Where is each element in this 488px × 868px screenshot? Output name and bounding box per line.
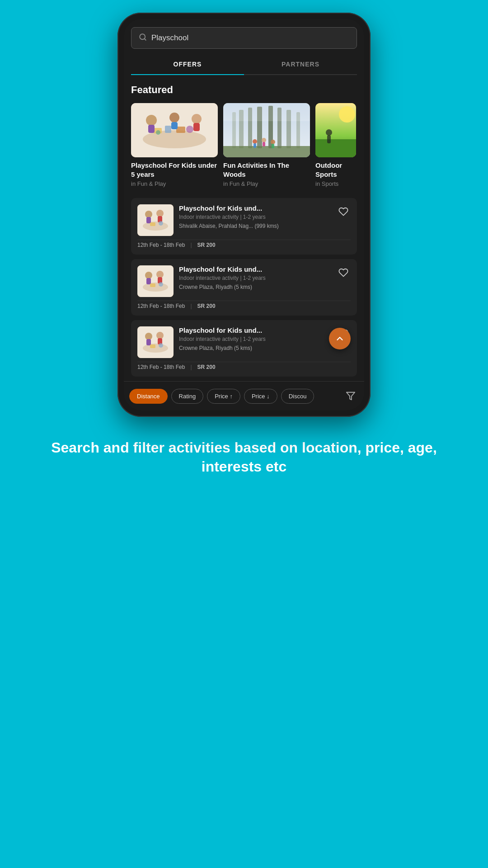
list-item-subtitle-2: Indoor interactive activity | 1-2 years	[179, 275, 351, 281]
list-item-info-2: Playschool for Kids und... Indoor intera…	[179, 265, 351, 290]
svg-point-25	[253, 139, 257, 144]
featured-card-img-1	[131, 103, 218, 157]
svg-rect-40	[146, 217, 151, 223]
svg-rect-36	[327, 135, 331, 143]
list-item-3[interactable]: Playschool for Kids und... Indoor intera…	[131, 320, 357, 377]
featured-card-cat-2: in Fun & Play	[223, 180, 310, 187]
list-item-2[interactable]: Playschool for Kids und... Indoor intera…	[131, 259, 357, 316]
list-item-img-1	[137, 204, 174, 236]
svg-rect-56	[146, 339, 151, 345]
tab-offers[interactable]: OFFERS	[131, 54, 244, 74]
list-item-bottom-3: 12th Feb - 18th Feb | SR 200	[137, 362, 351, 370]
featured-card-cat-3: in Sports	[315, 180, 356, 187]
svg-point-8	[156, 130, 160, 135]
svg-point-47	[145, 272, 152, 279]
filter-chip-distance[interactable]: Distance	[129, 389, 168, 404]
filter-icon-button[interactable]	[343, 388, 359, 404]
list-item-price-3: SR 200	[197, 364, 216, 370]
list-item-title-1: Playschool for Kids und...	[179, 204, 351, 212]
list-item-bottom-2: 12th Feb - 18th Feb | SR 200	[137, 301, 351, 309]
list-item-top-1: Playschool for Kids und... Indoor intera…	[137, 204, 351, 236]
phone-frame: Playschool OFFERS PARTNERS Featured	[117, 13, 371, 417]
list-item-date-2: 12th Feb - 18th Feb	[137, 303, 185, 309]
phone-wrapper: Playschool OFFERS PARTNERS Featured	[117, 13, 371, 417]
list-item-divider-1: |	[190, 242, 192, 248]
svg-rect-5	[165, 126, 171, 133]
svg-point-44	[159, 221, 163, 226]
list-item-title-2: Playschool for Kids und...	[179, 265, 351, 273]
svg-rect-37	[137, 204, 174, 236]
svg-rect-51	[150, 283, 155, 287]
tab-partners[interactable]: PARTNERS	[244, 54, 357, 74]
list-items-container: Playschool for Kids und... Indoor intera…	[131, 198, 357, 377]
featured-card-title-1: Playschool For Kids under 5 years	[131, 161, 218, 179]
search-icon	[139, 33, 147, 43]
svg-point-39	[145, 211, 152, 218]
filter-chip-price-desc[interactable]: Price ↓	[244, 389, 277, 404]
svg-point-41	[156, 210, 164, 217]
main-content: Featured	[124, 75, 364, 377]
svg-rect-45	[137, 265, 174, 297]
svg-point-13	[169, 113, 179, 123]
svg-rect-24	[223, 146, 310, 157]
list-item-top-2: Playschool for Kids und... Indoor intera…	[137, 265, 351, 297]
list-item-date-1: 12th Feb - 18th Feb	[137, 242, 185, 248]
list-item-1[interactable]: Playschool for Kids und... Indoor intera…	[131, 198, 357, 255]
svg-rect-14	[171, 122, 178, 129]
svg-rect-43	[150, 222, 155, 226]
svg-point-52	[159, 282, 163, 287]
svg-rect-34	[315, 139, 356, 157]
svg-rect-10	[148, 125, 155, 133]
featured-card-img-2	[223, 103, 310, 157]
search-input[interactable]: Playschool	[151, 33, 349, 42]
svg-point-29	[271, 140, 275, 144]
list-item-top-3: Playschool for Kids und... Indoor intera…	[137, 326, 351, 358]
svg-rect-28	[263, 142, 265, 146]
featured-card-3[interactable]: Outdoor Sports in Sports	[315, 103, 356, 187]
list-item-bottom-1: 12th Feb - 18th Feb | SR 200	[137, 240, 351, 248]
search-box[interactable]: Playschool	[131, 27, 357, 49]
svg-rect-6	[176, 127, 185, 133]
svg-rect-12	[193, 123, 200, 131]
svg-point-9	[146, 115, 157, 126]
featured-card-2[interactable]: Fun Activities In The Woods in Fun & Pla…	[223, 103, 310, 187]
list-item-price-1: SR 200	[197, 242, 216, 248]
list-item-img-2	[137, 265, 174, 297]
svg-point-57	[156, 332, 164, 339]
svg-rect-31	[223, 103, 310, 121]
svg-point-54	[143, 344, 168, 353]
list-item-divider-2: |	[190, 303, 192, 309]
svg-rect-53	[137, 326, 174, 358]
tabs-row: OFFERS PARTNERS	[131, 54, 357, 75]
filter-chip-price-asc[interactable]: Price ↑	[207, 389, 240, 404]
list-item-subtitle-1: Indoor interactive activity | 1-2 years	[179, 214, 351, 220]
featured-card-img-3	[315, 103, 356, 157]
svg-point-11	[192, 114, 202, 124]
featured-card-title-3: Outdoor Sports	[315, 161, 356, 179]
svg-point-7	[186, 126, 193, 133]
svg-point-46	[143, 283, 168, 292]
list-item-price-2: SR 200	[197, 303, 216, 309]
featured-card-1[interactable]: Playschool For Kids under 5 years in Fun…	[131, 103, 218, 187]
heart-button-1[interactable]	[336, 204, 351, 219]
svg-point-27	[262, 138, 266, 142]
svg-rect-48	[146, 278, 151, 284]
svg-point-55	[145, 333, 152, 340]
svg-marker-61	[347, 392, 355, 400]
svg-point-38	[143, 222, 168, 231]
filter-chip-rating[interactable]: Rating	[171, 389, 204, 404]
list-item-location-1: Shivalik Abaise, Prahlad Nag... (999 kms…	[179, 223, 351, 229]
filter-chip-discount[interactable]: Discou	[281, 389, 314, 404]
heart-button-2[interactable]	[336, 265, 351, 280]
featured-card-title-2: Fun Activities In The Woods	[223, 161, 310, 179]
filter-bar: Distance Rating Price ↑ Price ↓ Discou	[124, 381, 364, 410]
svg-rect-30	[272, 144, 274, 148]
scroll-up-button[interactable]	[329, 328, 351, 349]
featured-scroll: Playschool For Kids under 5 years in Fun…	[131, 103, 357, 187]
svg-point-33	[339, 106, 355, 123]
list-item-title-3: Playschool for Kids und...	[179, 326, 351, 334]
bottom-tagline: Search and filter activities based on lo…	[0, 417, 488, 476]
list-item-location-2: Crowne Plaza, Riyadh (5 kms)	[179, 284, 351, 290]
featured-section-title: Featured	[131, 84, 357, 96]
list-item-location-3: Crowne Plaza, Riyadh (5 kms)	[179, 345, 351, 351]
